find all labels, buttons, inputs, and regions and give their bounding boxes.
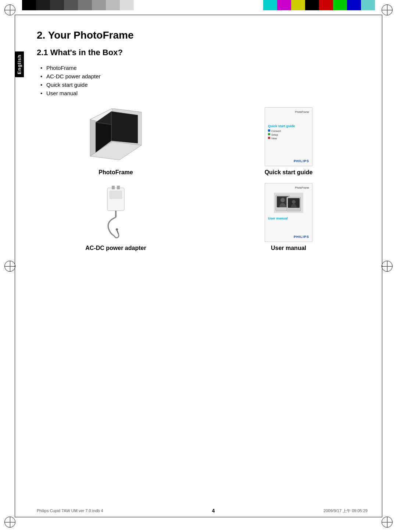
list-item: PhotoFrame <box>40 65 368 71</box>
list-item: User manual <box>40 90 368 96</box>
svg-point-19 <box>292 200 296 204</box>
photoframe-label: PhotoFrame <box>99 169 133 176</box>
crosshair-top-left <box>4 4 15 15</box>
qsg-image: PhotoFrame Quick start guide Connect Set… <box>248 107 329 166</box>
product-user-manual: PhotoFrame <box>210 183 368 251</box>
um-cover-image <box>274 193 303 213</box>
crosshair-bottom-right <box>382 517 393 528</box>
list-item: Quick start guide <box>40 82 368 88</box>
svg-rect-13 <box>110 191 122 199</box>
footer: Philips Cupid 7AW UM ver 7.0.indb 4 4 20… <box>37 508 368 514</box>
page-border-top <box>15 15 382 15</box>
list-item: AC-DC power adapter <box>40 73 368 79</box>
footer-file-info: Philips Cupid 7AW UM ver 7.0.indb 4 <box>37 508 103 513</box>
crosshair-top-right <box>382 4 393 15</box>
crosshair-mid-left <box>4 261 15 272</box>
photoframe-image <box>75 107 156 166</box>
booklet-qsg-title: Quick start guide <box>268 124 309 128</box>
svg-point-16 <box>280 198 285 202</box>
crosshair-bottom-left <box>4 517 15 528</box>
user-manual-image: PhotoFrame <box>248 183 329 242</box>
svg-point-12 <box>116 228 118 231</box>
booklet-qsg-bullets: Connect Setup View <box>268 129 309 140</box>
section-title: 2.1 What's in the Box? <box>37 48 368 57</box>
um-title: User manual <box>268 217 309 220</box>
booklet-qsg-header: PhotoFrame <box>268 111 309 113</box>
svg-rect-8 <box>112 186 115 189</box>
product-photoframe: PhotoFrame <box>37 107 195 176</box>
adapter-image <box>75 183 156 242</box>
main-content: 2. Your PhotoFrame 2.1 What's in the Box… <box>37 29 368 503</box>
qsg-booklet: PhotoFrame Quick start guide Connect Set… <box>265 107 312 166</box>
um-booklet: PhotoFrame <box>265 183 312 242</box>
product-adapter: AC-DC power adapter <box>37 183 195 251</box>
product-qsg: PhotoFrame Quick start guide Connect Set… <box>210 107 368 176</box>
product-grid: PhotoFrame PhotoFrame Quick start guide … <box>37 107 368 251</box>
whats-in-box-list: PhotoFrame AC-DC power adapter Quick sta… <box>37 65 368 96</box>
footer-date-time: 2009/9/17 上午 09:05:29 <box>323 508 368 514</box>
svg-marker-6 <box>111 111 138 143</box>
crosshair-mid-right <box>382 261 393 272</box>
qsg-label: Quick start guide <box>265 169 313 176</box>
page-number: 4 <box>212 508 215 514</box>
user-manual-label: User manual <box>271 245 306 251</box>
page-border-bottom <box>15 517 382 517</box>
adapter-label: AC-DC power adapter <box>85 245 146 251</box>
language-tab: English <box>15 51 24 77</box>
svg-rect-9 <box>117 186 120 189</box>
chapter-title: 2. Your PhotoFrame <box>37 29 368 41</box>
bullet-connect: Connect <box>268 129 309 132</box>
color-bar-right <box>263 0 375 10</box>
um-header: PhotoFrame <box>268 186 309 189</box>
booklet-qsg-brand: PHILIPS <box>294 159 309 163</box>
bullet-setup: Setup <box>268 133 309 136</box>
color-bar-left <box>22 0 134 10</box>
um-brand: PHILIPS <box>294 235 309 239</box>
svg-line-11 <box>117 230 118 234</box>
bullet-view: View <box>268 137 309 140</box>
